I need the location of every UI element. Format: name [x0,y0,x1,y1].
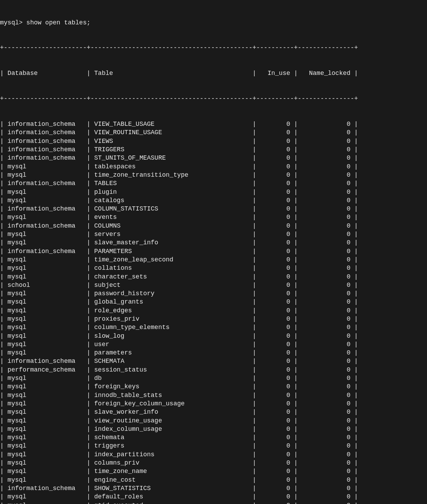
table-row: | mysql | time_zone_name | 0 | 0 | [0,467,427,475]
table-row: | mysql | catalogs | 0 | 0 | [0,196,427,205]
mysql-terminal[interactable]: mysql> show open tables; +--------------… [0,0,427,504]
table-row: | performance_schema | session_status | … [0,366,427,374]
table-row: | mysql | proxies_priv | 0 | 0 | [0,315,427,323]
table-row: | mysql | time_zone_leap_second | 0 | 0 … [0,255,427,264]
table-header-row: | Database | Table | In_use | Name_locke… [0,69,427,77]
table-row: | mysql | collations | 0 | 0 | [0,264,427,272]
table-row: | mysql | role_edges | 0 | 0 | [0,306,427,315]
table-row: | mysql | slave_worker_info | 0 | 0 | [0,408,427,416]
table-row: | information_schema | ST_UNITS_OF_MEASU… [0,154,427,162]
table-row: | information_schema | SCHEMATA | 0 | 0 … [0,357,427,365]
table-row: | mysql | index_column_usage | 0 | 0 | [0,425,427,433]
table-row: | mysql | plugin | 0 | 0 | [0,188,427,196]
table-row: | information_schema | VIEW_TABLE_USAGE … [0,120,427,128]
table-row: | mysql | index_partitions | 0 | 0 | [0,450,427,459]
table-row: | school | subject | 0 | 0 | [0,281,427,289]
table-row: | mysql | events | 0 | 0 | [0,213,427,221]
table-row: | information_schema | PARAMETERS | 0 | … [0,247,427,255]
table-row: | information_schema | COLUMN_STATISTICS… [0,205,427,213]
table-row: | information_schema | SHOW_STATISTICS |… [0,484,427,492]
table-row: | mysql | slow_log | 0 | 0 | [0,332,427,340]
table-row: | mysql | gtid_executed | 0 | 0 | [0,501,427,504]
table-row: | mysql | view_routine_usage | 0 | 0 | [0,417,427,425]
table-row: | mysql | slave_master_info | 0 | 0 | [0,238,427,247]
table-row: | mysql | column_type_elements | 0 | 0 | [0,323,427,331]
table-body: | information_schema | VIEW_TABLE_USAGE … [0,120,427,504]
table-row: | information_schema | TABLES | 0 | 0 | [0,179,427,188]
table-row: | mysql | foreign_keys | 0 | 0 | [0,382,427,391]
table-row: | mysql | user | 0 | 0 | [0,340,427,349]
table-row: | mysql | tablespaces | 0 | 0 | [0,162,427,171]
table-row: | mysql | innodb_table_stats | 0 | 0 | [0,391,427,399]
table-row: | mysql | password_history | 0 | 0 | [0,289,427,298]
table-border-mid: +----------------------+----------------… [0,94,427,103]
table-row: | mysql | triggers | 0 | 0 | [0,442,427,450]
table-row: | mysql | parameters | 0 | 0 | [0,349,427,357]
table-row: | information_schema | COLUMNS | 0 | 0 | [0,222,427,230]
table-row: | mysql | servers | 0 | 0 | [0,230,427,238]
table-row: | information_schema | VIEW_ROUTINE_USAG… [0,128,427,137]
sql-prompt-line: mysql> show open tables; [0,18,427,27]
table-row: | mysql | db | 0 | 0 | [0,374,427,382]
table-border-top: +----------------------+----------------… [0,44,427,52]
table-row: | mysql | foreign_key_column_usage | 0 |… [0,399,427,408]
table-row: | mysql | default_roles | 0 | 0 | [0,492,427,501]
table-row: | mysql | time_zone_transition_type | 0 … [0,171,427,179]
table-row: | mysql | columns_priv | 0 | 0 | [0,459,427,467]
table-row: | mysql | schemata | 0 | 0 | [0,433,427,442]
table-row: | information_schema | VIEWS | 0 | 0 | [0,137,427,145]
table-row: | mysql | character_sets | 0 | 0 | [0,273,427,281]
table-row: | mysql | engine_cost | 0 | 0 | [0,476,427,484]
table-row: | mysql | global_grants | 0 | 0 | [0,298,427,306]
table-row: | information_schema | TRIGGERS | 0 | 0 … [0,145,427,154]
